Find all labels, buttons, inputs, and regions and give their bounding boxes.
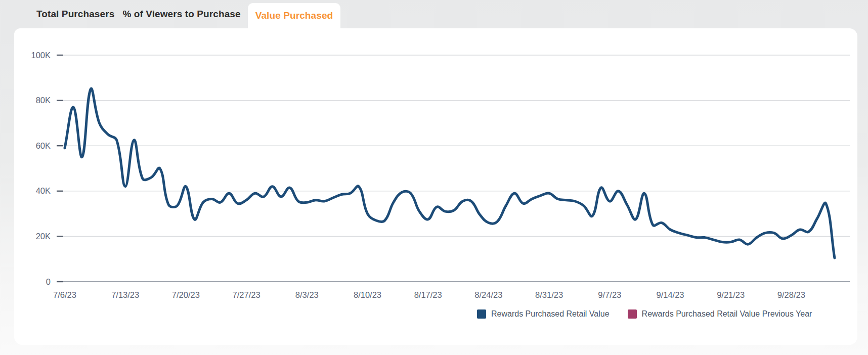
value-purchased-chart: 100K80K60K40K20K07/6/237/13/237/20/237/2…	[14, 28, 857, 304]
legend-label-previous-year: Rewards Purchased Retail Value Previous …	[642, 309, 812, 319]
tab-percent-viewers-to-purchase[interactable]: % of Viewers to Purchase	[118, 0, 244, 28]
y-axis-tick-label: 20K	[36, 232, 51, 241]
x-axis-tick-label: 9/7/23	[598, 290, 621, 299]
legend-label-current-year: Rewards Purchased Retail Value	[491, 309, 610, 319]
y-axis-tick-label: 0	[46, 277, 51, 286]
x-axis-tick-label: 7/27/23	[233, 290, 261, 299]
y-axis-tick-label: 40K	[36, 186, 51, 195]
x-axis-tick-label: 7/6/23	[53, 290, 76, 299]
x-axis-tick-label: 8/24/23	[474, 290, 502, 299]
legend-swatch-previous-year	[628, 309, 637, 319]
legend-item-current-year[interactable]: Rewards Purchased Retail Value	[477, 309, 610, 319]
x-axis-tick-label: 9/21/23	[717, 290, 745, 299]
x-axis-tick-label: 7/20/23	[172, 290, 200, 299]
legend-swatch-current-year	[477, 309, 486, 319]
y-axis-tick-label: 60K	[36, 141, 51, 150]
series-line-rewards-purchased-retail-value	[65, 88, 835, 258]
y-axis-tick-label: 80K	[36, 96, 51, 105]
tab-total-purchasers[interactable]: Total Purchasers	[32, 0, 118, 28]
chart-tabbar: Total Purchasers % of Viewers to Purchas…	[0, 0, 868, 28]
tab-value-purchased[interactable]: Value Purchased	[248, 3, 341, 28]
x-axis-tick-label: 7/13/23	[111, 290, 139, 299]
legend-item-previous-year[interactable]: Rewards Purchased Retail Value Previous …	[628, 309, 812, 319]
x-axis-tick-label: 9/28/23	[777, 290, 805, 299]
x-axis-tick-label: 8/17/23	[414, 290, 442, 299]
x-axis-tick-label: 8/10/23	[354, 290, 381, 299]
chart-area: 100K80K60K40K20K07/6/237/13/237/20/237/2…	[14, 28, 857, 304]
y-axis-tick-label: 100K	[31, 51, 51, 60]
x-axis-tick-label: 9/14/23	[656, 290, 684, 299]
chart-legend: Rewards Purchased Retail Value Rewards P…	[477, 309, 812, 319]
chart-card: 100K80K60K40K20K07/6/237/13/237/20/237/2…	[14, 28, 857, 345]
x-axis-tick-label: 8/31/23	[535, 290, 563, 299]
x-axis-tick-label: 8/3/23	[295, 290, 319, 299]
